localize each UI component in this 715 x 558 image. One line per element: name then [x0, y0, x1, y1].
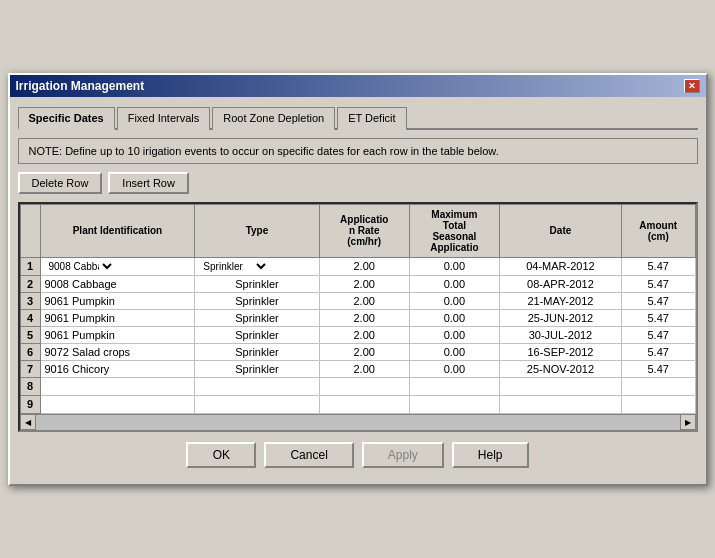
plant-id-cell[interactable]: 9016 Chicory — [40, 360, 195, 377]
amount-cell[interactable]: 5.47 — [621, 360, 695, 377]
col-header-apprate: Application Rate(cm/hr) — [319, 204, 409, 257]
plant-id-cell[interactable]: 9008 Cabbage — [40, 257, 195, 275]
dialog-content: Specific Dates Fixed Intervals Root Zone… — [10, 97, 706, 484]
table-row[interactable]: 59061 PumpkinSprinkler2.000.0030-JUL-201… — [20, 326, 695, 343]
table-row[interactable]: 79016 ChicorySprinkler2.000.0025-NOV-201… — [20, 360, 695, 377]
dialog-title: Irrigation Management — [16, 79, 145, 93]
amount-cell[interactable]: 5.47 — [621, 257, 695, 275]
max-total-cell[interactable]: 0.00 — [409, 257, 499, 275]
plant-id-cell[interactable]: 9061 Pumpkin — [40, 326, 195, 343]
amount-cell[interactable]: 5.47 — [621, 292, 695, 309]
tab-bar: Specific Dates Fixed Intervals Root Zone… — [18, 105, 698, 130]
row-number: 7 — [20, 360, 40, 377]
table-row[interactable]: 19008 CabbageSprinkler2.000.0004-MAR-201… — [20, 257, 695, 275]
app-rate-cell[interactable]: 2.00 — [319, 292, 409, 309]
type-cell[interactable]: Sprinkler — [195, 360, 319, 377]
date-cell[interactable]: 25-JUN-2012 — [500, 309, 622, 326]
irrigation-table: Plant Identification Type Application Ra… — [20, 204, 696, 414]
date-cell[interactable]: 21-MAY-2012 — [500, 292, 622, 309]
amount-cell[interactable]: 5.47 — [621, 326, 695, 343]
ok-button[interactable]: OK — [186, 442, 256, 468]
plant-id-cell[interactable]: 9072 Salad crops — [40, 343, 195, 360]
row-action-buttons: Delete Row Insert Row — [18, 172, 698, 194]
date-cell[interactable]: 25-NOV-2012 — [500, 360, 622, 377]
title-bar-buttons: ✕ — [684, 79, 700, 93]
max-total-cell[interactable]: 0.00 — [409, 326, 499, 343]
app-rate-cell[interactable]: 2.00 — [319, 326, 409, 343]
scroll-right-button[interactable]: ▶ — [680, 414, 696, 430]
max-total-cell[interactable]: 0.00 — [409, 292, 499, 309]
row-number: 4 — [20, 309, 40, 326]
type-cell[interactable]: Sprinkler — [195, 257, 319, 275]
empty-table-row[interactable]: 9 — [20, 395, 695, 413]
tab-specific-dates[interactable]: Specific Dates — [18, 107, 115, 130]
app-rate-cell[interactable]: 2.00 — [319, 343, 409, 360]
bottom-button-bar: OK Cancel Apply Help — [18, 432, 698, 476]
app-rate-cell[interactable]: 2.00 — [319, 275, 409, 292]
close-button[interactable]: ✕ — [684, 79, 700, 93]
plant-id-cell[interactable]: 9061 Pumpkin — [40, 309, 195, 326]
date-cell[interactable]: 04-MAR-2012 — [500, 257, 622, 275]
date-cell[interactable]: 30-JUL-2012 — [500, 326, 622, 343]
type-cell[interactable]: Sprinkler — [195, 275, 319, 292]
type-select[interactable]: Sprinkler — [199, 260, 269, 273]
table-row[interactable]: 29008 CabbageSprinkler2.000.0008-APR-201… — [20, 275, 695, 292]
type-cell[interactable]: Sprinkler — [195, 309, 319, 326]
amount-cell[interactable]: 5.47 — [621, 309, 695, 326]
app-rate-cell[interactable]: 2.00 — [319, 360, 409, 377]
date-cell[interactable]: 08-APR-2012 — [500, 275, 622, 292]
type-cell[interactable]: Sprinkler — [195, 292, 319, 309]
row-number: 3 — [20, 292, 40, 309]
table-wrapper[interactable]: Plant Identification Type Application Ra… — [20, 204, 696, 414]
app-rate-cell[interactable]: 2.00 — [319, 257, 409, 275]
table-row[interactable]: 39061 PumpkinSprinkler2.000.0021-MAY-201… — [20, 292, 695, 309]
table-row[interactable]: 69072 Salad cropsSprinkler2.000.0016-SEP… — [20, 343, 695, 360]
row-number: 5 — [20, 326, 40, 343]
irrigation-management-dialog: Irrigation Management ✕ Specific Dates F… — [8, 73, 708, 486]
max-total-cell[interactable]: 0.00 — [409, 275, 499, 292]
note-text: NOTE: Define up to 10 irigation events t… — [29, 145, 499, 157]
plant-id-select[interactable]: 9008 Cabbage — [45, 260, 115, 273]
col-header-maxtotal: MaximumTotalSeasonalApplicatio — [409, 204, 499, 257]
irrigation-table-container: Plant Identification Type Application Ra… — [18, 202, 698, 432]
col-header-amount: Amount(cm) — [621, 204, 695, 257]
type-cell[interactable]: Sprinkler — [195, 326, 319, 343]
app-rate-cell[interactable]: 2.00 — [319, 309, 409, 326]
plant-id-cell[interactable]: 9061 Pumpkin — [40, 292, 195, 309]
max-total-cell[interactable]: 0.00 — [409, 309, 499, 326]
col-header-num — [20, 204, 40, 257]
scroll-track[interactable] — [36, 415, 680, 430]
horizontal-scrollbar[interactable]: ◀ ▶ — [20, 414, 696, 430]
date-cell[interactable]: 16-SEP-2012 — [500, 343, 622, 360]
amount-cell[interactable]: 5.47 — [621, 343, 695, 360]
plant-id-cell[interactable]: 9008 Cabbage — [40, 275, 195, 292]
help-button[interactable]: Help — [452, 442, 529, 468]
apply-button[interactable]: Apply — [362, 442, 444, 468]
tab-fixed-intervals[interactable]: Fixed Intervals — [117, 107, 211, 130]
row-number: 1 — [20, 257, 40, 275]
col-header-type: Type — [195, 204, 319, 257]
scroll-left-button[interactable]: ◀ — [20, 414, 36, 430]
cancel-button[interactable]: Cancel — [264, 442, 353, 468]
tab-et-deficit[interactable]: ET Deficit — [337, 107, 406, 130]
note-box: NOTE: Define up to 10 irigation events t… — [18, 138, 698, 164]
max-total-cell[interactable]: 0.00 — [409, 360, 499, 377]
delete-row-button[interactable]: Delete Row — [18, 172, 103, 194]
max-total-cell[interactable]: 0.00 — [409, 343, 499, 360]
empty-table-row[interactable]: 8 — [20, 377, 695, 395]
row-number: 2 — [20, 275, 40, 292]
insert-row-button[interactable]: Insert Row — [108, 172, 189, 194]
col-header-plant: Plant Identification — [40, 204, 195, 257]
row-number: 6 — [20, 343, 40, 360]
title-bar: Irrigation Management ✕ — [10, 75, 706, 97]
tab-root-zone-depletion[interactable]: Root Zone Depletion — [212, 107, 335, 130]
table-row[interactable]: 49061 PumpkinSprinkler2.000.0025-JUN-201… — [20, 309, 695, 326]
type-cell[interactable]: Sprinkler — [195, 343, 319, 360]
col-header-date: Date — [500, 204, 622, 257]
amount-cell[interactable]: 5.47 — [621, 275, 695, 292]
